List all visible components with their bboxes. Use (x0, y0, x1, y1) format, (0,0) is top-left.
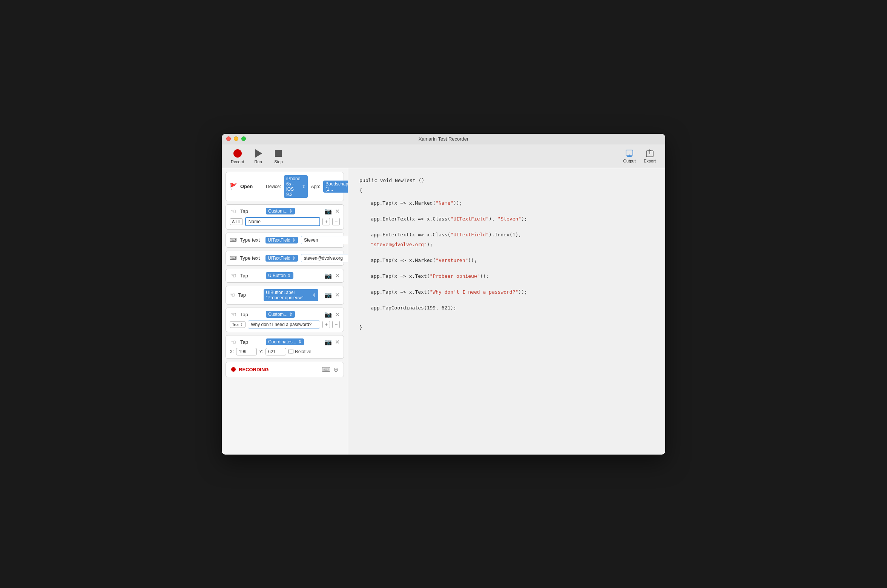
type2-keyboard-icon: ⌨ (230, 255, 237, 261)
tap2-selector-value: UIButton (268, 273, 286, 278)
tap4-plus-button[interactable]: + (322, 321, 330, 328)
device-dropdown[interactable]: iPhone 6s - iOS 9.3 ⇕ (284, 175, 308, 198)
tap1-close-icon[interactable]: ✕ (335, 208, 340, 215)
tap3-row-top: ☜ Tap UIButtonLabel "Probeer opnieuw" ⇕ … (230, 289, 340, 301)
close-button[interactable] (226, 136, 231, 141)
tap1-sub-dropdown[interactable]: Alt ⇕ (230, 218, 243, 225)
svg-rect-1 (627, 156, 632, 157)
code-line-8: app.Tap(x => x.Text("Why don't I need a … (359, 284, 654, 300)
record-button[interactable]: Record (228, 147, 247, 165)
tap4-camera-icon[interactable]: 📷 (324, 311, 332, 318)
tap4-close-icon[interactable]: ✕ (335, 311, 340, 318)
tap2-label: Tap (240, 273, 263, 279)
tap2-close-icon[interactable]: ✕ (335, 272, 340, 279)
code-block: public void NewTest () { app.Tap(x => x.… (359, 176, 654, 333)
code-line-2: { (359, 185, 654, 195)
tap5-row-top: ☜ Tap Coordinates... ⇕ 📷 ✕ (230, 338, 340, 346)
tap2-selector-dropdown[interactable]: UIButton ⇕ (266, 272, 293, 279)
x-input[interactable] (236, 348, 257, 355)
tap3-label: Tap (238, 292, 261, 298)
code-line-5a: app.EnterText(x => x.Class("UITextField"… (359, 227, 654, 240)
tap1-hand-icon: ☜ (230, 208, 237, 215)
traffic-lights (226, 136, 246, 141)
tap5-selector-dropdown[interactable]: Coordinates... ⇕ (266, 338, 304, 345)
tap4-selector-value: Custom... (268, 312, 287, 317)
relative-checkbox[interactable] (289, 349, 293, 354)
keyboard-icon[interactable]: ⌨ (322, 366, 330, 373)
type1-keyboard-icon: ⌨ (230, 237, 237, 243)
tap3-close-icon[interactable]: ✕ (335, 291, 340, 299)
y-input[interactable] (265, 348, 286, 355)
tap4-row-top: ☜ Tap Custom... ⇕ 📷 ✕ (230, 311, 340, 318)
stop-button[interactable]: Stop (269, 147, 288, 165)
code-line-10: } (359, 316, 654, 332)
tap5-row: ☜ Tap Coordinates... ⇕ 📷 ✕ X: Y: (226, 335, 344, 359)
tap1-row: ☜ Tap Custom... ⇕ 📷 ✕ Alt ⇕ (226, 204, 344, 230)
tap4-sub-input[interactable] (248, 320, 320, 329)
type1-label: Type text (240, 237, 262, 243)
code-line-6: app.Tap(x => x.Marked("Versturen")); (359, 253, 654, 268)
tap5-close-icon[interactable]: ✕ (335, 338, 340, 346)
tap3-selector-value: UIButtonLabel "Probeer opnieuw" (266, 290, 311, 300)
type2-row-top: ⌨ Type text UITextField ⇕ 📷 ✕ (230, 254, 340, 262)
export-button[interactable]: Export (640, 147, 659, 165)
type1-value-input[interactable] (301, 236, 348, 244)
type2-selector-value: UITextField (268, 256, 290, 261)
tap1-selector-dropdown[interactable]: Custom... ⇕ (266, 208, 295, 214)
svg-rect-0 (626, 150, 633, 155)
toolbar: Record Run Stop (222, 144, 665, 168)
play-icon (253, 148, 263, 159)
maximize-button[interactable] (241, 136, 246, 141)
tap2-arrow-icon: ⇕ (287, 273, 291, 278)
tap3-camera-icon[interactable]: 📷 (324, 291, 332, 299)
type1-selector-value: UITextField (268, 237, 290, 243)
app-value: BoodschappieIOS [1... (325, 181, 348, 192)
tap1-camera-icon[interactable]: 📷 (324, 208, 332, 215)
code-line-4: app.EnterText(x => x.Class("UITextField"… (359, 211, 654, 227)
tap4-row-bottom: Text ⇕ + − (230, 320, 340, 329)
tap5-row-bottom: X: Y: Relative (230, 348, 340, 355)
tap5-camera-icon[interactable]: 📷 (324, 338, 332, 346)
run-label: Run (254, 159, 262, 164)
tap1-sub-input[interactable] (245, 217, 320, 226)
tap2-camera-icon[interactable]: 📷 (324, 272, 332, 279)
type1-selector-dropdown[interactable]: UITextField ⇕ (265, 237, 298, 243)
minimize-button[interactable] (234, 136, 238, 141)
export-label: Export (644, 159, 656, 163)
device-label: Device: (266, 184, 281, 189)
tap4-label: Tap (240, 312, 263, 317)
record-circle (233, 149, 242, 158)
type2-selector-dropdown[interactable]: UITextField ⇕ (265, 255, 298, 262)
tap3-selector-dropdown[interactable]: UIButtonLabel "Probeer opnieuw" ⇕ (264, 289, 318, 301)
code-line-5b: "steven@dvolve.org"); (359, 240, 654, 253)
y-label: Y: (259, 349, 263, 354)
tap3-arrow-icon: ⇕ (312, 292, 316, 298)
code-line-1: public void NewTest () (359, 176, 654, 185)
crosshair-icon[interactable]: ⊕ (333, 366, 338, 373)
tap3-row: ☜ Tap UIButtonLabel "Probeer opnieuw" ⇕ … (226, 286, 344, 305)
output-button[interactable]: Output (620, 147, 639, 165)
recording-text: RECORDING (239, 367, 319, 372)
type2-value-input[interactable] (301, 254, 348, 262)
code-line-9: app.TapCoordinates(199, 621); (359, 300, 654, 316)
tap1-arrow-icon: ⇕ (289, 208, 293, 214)
tap5-selector-value: Coordinates... (268, 339, 296, 345)
output-icon (625, 149, 634, 158)
tap1-minus-button[interactable]: − (332, 218, 340, 225)
left-panel: 🚩 Open Device: iPhone 6s - iOS 9.3 ⇕ App… (222, 168, 348, 455)
run-button[interactable]: Run (249, 147, 267, 165)
output-label: Output (623, 159, 635, 163)
device-value: iPhone 6s - iOS 9.3 (286, 176, 300, 197)
type2-arrow-icon: ⇕ (292, 256, 296, 261)
relative-label: Relative (289, 349, 311, 354)
tap4-selector-dropdown[interactable]: Custom... ⇕ (266, 311, 295, 318)
tap4-minus-button[interactable]: − (332, 321, 340, 328)
app-dropdown[interactable]: BoodschappieIOS [1... ⇕ (323, 181, 348, 193)
titlebar: Xamarin Test Recorder (222, 134, 665, 144)
record-icon (232, 148, 243, 159)
code-public: public (359, 178, 380, 183)
tap1-plus-button[interactable]: + (322, 218, 330, 225)
tap4-sub-dropdown[interactable]: Text ⇕ (230, 321, 246, 328)
tap4-hand-icon: ☜ (230, 311, 237, 318)
open-row-top: 🚩 Open Device: iPhone 6s - iOS 9.3 ⇕ App… (230, 175, 340, 198)
